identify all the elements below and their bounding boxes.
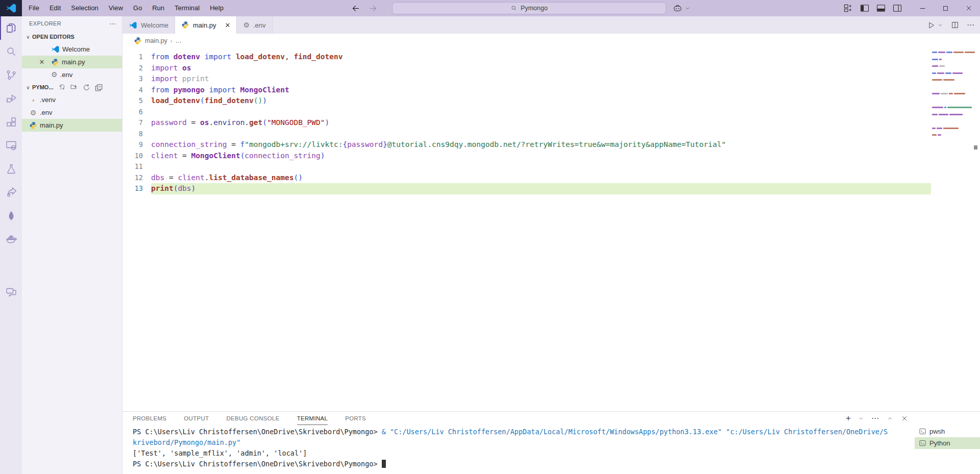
- terminal-profile-chevron-icon[interactable]: [858, 415, 864, 421]
- code-line-13[interactable]: 13print(dbs): [122, 183, 980, 194]
- open-editor-Welcome[interactable]: Welcome: [22, 43, 122, 56]
- tab-Welcome[interactable]: Welcome: [122, 16, 175, 34]
- collapse-all-icon[interactable]: [94, 83, 103, 92]
- activity-extensions-icon[interactable]: [0, 110, 22, 134]
- new-folder-icon[interactable]: [70, 83, 79, 92]
- menu-terminal[interactable]: Terminal: [169, 0, 205, 16]
- customize-layout-icon[interactable]: [843, 3, 853, 13]
- terminal-cursor: [382, 460, 386, 468]
- minimap-line: [932, 134, 941, 136]
- activity-explorer-icon[interactable]: [0, 16, 22, 40]
- line-number: 4: [122, 85, 151, 96]
- code-line-8[interactable]: 8: [122, 129, 980, 140]
- code-line-10[interactable]: 10client = MongoClient(connection_string…: [122, 151, 980, 162]
- toggle-primary-sidebar-icon[interactable]: [860, 3, 870, 13]
- terminal-line: PS C:\Users\Liv Christoffersen\OneDrive\…: [133, 427, 909, 437]
- more-actions-icon[interactable]: ⋯: [967, 20, 975, 30]
- activity-source-control-icon[interactable]: [0, 63, 22, 87]
- activity-remote-explorer-icon[interactable]: [0, 134, 22, 157]
- code-editor[interactable]: 1from dotenv import load_dotenv, find_do…: [122, 47, 980, 411]
- activity-search-icon[interactable]: [0, 40, 22, 63]
- back-arrow-icon[interactable]: [351, 4, 361, 13]
- code-line-6[interactable]: 6: [122, 107, 980, 118]
- terminal-icon: [919, 428, 926, 435]
- tab-.env[interactable]: ⚙.env: [237, 16, 272, 34]
- activity-mongodb-icon[interactable]: [0, 204, 22, 228]
- code-line-3[interactable]: 3import pprint: [122, 73, 980, 85]
- code-line-12[interactable]: 12dbs = client.list_database_names(): [122, 172, 980, 184]
- close-button[interactable]: [957, 0, 980, 16]
- code-line-11[interactable]: 11: [122, 161, 980, 172]
- minimap-line: [932, 52, 975, 53]
- breadcrumb[interactable]: main.py › …: [122, 34, 980, 47]
- activity-run-debug-icon[interactable]: [0, 87, 22, 110]
- code-line-2[interactable]: 2import os: [122, 63, 980, 74]
- panel-maximize-icon[interactable]: [887, 415, 893, 422]
- minimize-button[interactable]: [911, 0, 934, 16]
- command-center-search[interactable]: Pymongo: [392, 2, 666, 14]
- open-editor-main.py[interactable]: ✕main.py: [22, 56, 122, 68]
- terminal-instance-pwsh[interactable]: pwsh: [915, 426, 980, 437]
- menu-file[interactable]: File: [23, 0, 44, 16]
- menu-help[interactable]: Help: [205, 0, 229, 16]
- chevron-right-icon: ›: [29, 97, 37, 103]
- explorer-more-icon[interactable]: ⋯: [109, 20, 116, 28]
- toggle-panel-icon[interactable]: [876, 3, 886, 13]
- panel-close-icon[interactable]: [900, 414, 909, 422]
- refresh-icon[interactable]: [82, 83, 91, 92]
- line-number: 5: [122, 95, 151, 107]
- vscode-icon: [51, 45, 60, 54]
- panel-tab-debug-console[interactable]: DEBUG CONSOLE: [226, 412, 279, 425]
- code-line-1[interactable]: 1from dotenv import load_dotenv, find_do…: [122, 52, 980, 63]
- file-main.py[interactable]: main.py: [22, 119, 122, 132]
- new-terminal-icon[interactable]: +: [846, 413, 851, 423]
- panel-tab-output[interactable]: OUTPUT: [184, 412, 209, 425]
- toggle-secondary-sidebar-icon[interactable]: [892, 3, 902, 13]
- new-file-icon[interactable]: [58, 83, 66, 92]
- close-icon[interactable]: ✕: [225, 21, 230, 29]
- gear-icon: ⚙: [29, 109, 37, 116]
- panel-tab-problems[interactable]: PROBLEMS: [133, 412, 166, 425]
- minimap-line: [932, 65, 945, 67]
- forward-arrow-icon[interactable]: [368, 4, 378, 13]
- copilot-chevron-icon[interactable]: [684, 5, 691, 11]
- vscode-logo-corner: [0, 0, 22, 16]
- open-editors-section[interactable]: ∨ OPEN EDITORS: [22, 31, 122, 43]
- tab-main.py[interactable]: main.py✕: [175, 16, 237, 34]
- code-line-7[interactable]: 7password = os.environ.get("MONGODB_PWD"…: [122, 117, 980, 129]
- panel-more-icon[interactable]: ⋯: [871, 414, 879, 423]
- split-editor-icon[interactable]: [951, 21, 959, 29]
- copilot-icon[interactable]: [673, 4, 682, 13]
- terminal-output[interactable]: PS C:\Users\Liv Christoffersen\OneDrive\…: [133, 427, 909, 469]
- panel-tab-terminal[interactable]: TERMINAL: [297, 412, 328, 425]
- vscode-icon: [129, 21, 137, 30]
- file-.env[interactable]: ⚙.env: [22, 106, 122, 119]
- close-icon[interactable]: ✕: [38, 58, 45, 66]
- panel-tab-ports[interactable]: PORTS: [345, 412, 366, 425]
- code-line-5[interactable]: 5load_dotenv(find_dotenv()): [122, 95, 980, 107]
- menu-go[interactable]: Go: [128, 0, 147, 16]
- overview-ruler-mark: [974, 145, 977, 149]
- activity-chat-icon[interactable]: [0, 281, 22, 304]
- minimap-line: [932, 107, 972, 108]
- run-button[interactable]: [927, 21, 936, 30]
- menu-run[interactable]: Run: [147, 0, 169, 16]
- chevron-down-icon: ∨: [24, 85, 32, 90]
- vscode-logo-icon: [6, 3, 17, 14]
- activity-docker-icon[interactable]: [0, 228, 22, 251]
- file-.venv[interactable]: ›.venv: [22, 93, 122, 106]
- workspace-section[interactable]: ∨ PYMO...: [22, 81, 122, 93]
- activity-live-share-icon[interactable]: [0, 181, 22, 204]
- activity-testing-icon[interactable]: [0, 157, 22, 181]
- code-line-9[interactable]: 9connection_string = f"mongodb+srv://liv…: [122, 139, 980, 151]
- menu-selection[interactable]: Selection: [66, 0, 103, 16]
- run-dropdown-icon[interactable]: [937, 22, 943, 28]
- open-editor-.env[interactable]: ⚙.env: [22, 68, 122, 81]
- menu-view[interactable]: View: [104, 0, 128, 16]
- code-line-4[interactable]: 4from pymongo import MongoClient: [122, 85, 980, 96]
- line-number: 11: [122, 161, 151, 172]
- menu-edit[interactable]: Edit: [44, 0, 66, 16]
- vscode-window: FileEditSelectionViewGoRunTerminalHelp P…: [0, 0, 980, 474]
- maximize-button[interactable]: [934, 0, 957, 16]
- terminal-instance-Python[interactable]: Python: [915, 437, 980, 449]
